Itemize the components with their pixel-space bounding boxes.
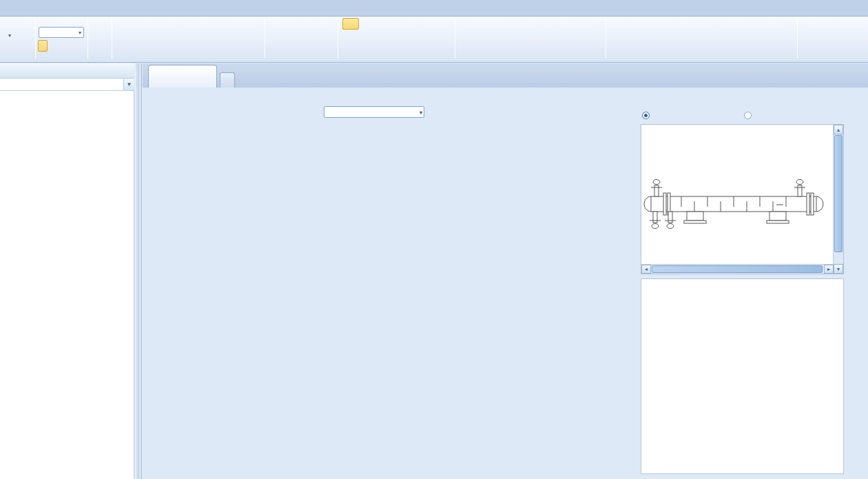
group-separator (797, 19, 798, 59)
chevron-down-icon: ▾ (79, 28, 81, 38)
results-group-label (456, 53, 605, 61)
horizontal-scroll-thumb[interactable] (652, 265, 823, 273)
group-separator (87, 19, 88, 59)
calculation-mode-select[interactable]: ▾ (324, 106, 424, 118)
copy-dropdown-arrow: ▾ (8, 32, 11, 39)
tab-console-shell-tube[interactable] (148, 65, 217, 88)
find-fouling-button[interactable] (404, 18, 412, 28)
setting-plan-drawing (643, 165, 826, 261)
group-separator (338, 19, 338, 59)
navigator-filter-select[interactable]: ▼ (0, 79, 134, 91)
calculation-mode-row: ▾ (152, 108, 630, 122)
cut-button[interactable] (4, 19, 6, 29)
run-mode-group-label (339, 53, 455, 61)
scroll-up-icon[interactable]: ▲ (834, 125, 843, 134)
ribbon: ▾ ▾ (0, 0, 868, 63)
convert-button[interactable] (38, 40, 48, 52)
scroll-down-icon[interactable]: ▼ (834, 264, 843, 274)
edr-application-window: ▾ ▾ (0, 0, 868, 479)
vertical-scrollbar[interactable]: ▲ ▼ (833, 125, 843, 274)
main-content: ▾ (143, 63, 868, 479)
simulation-mode-button[interactable] (342, 42, 351, 52)
model-type-group-label (606, 53, 796, 61)
group-separator (455, 19, 455, 59)
ribbon-tab-bar (0, 0, 868, 17)
panel-splitter[interactable] (135, 63, 142, 479)
new-tab-button[interactable] (220, 72, 235, 88)
unit-system-select[interactable]: ▾ (39, 27, 84, 38)
edr-navigator-panel: ▼ (0, 63, 134, 479)
units-group-label (36, 53, 87, 61)
sub-tab-bar (143, 88, 868, 104)
rating-checking-mode-button[interactable] (342, 30, 351, 41)
design-sizing-mode-button[interactable] (342, 18, 359, 30)
setting-plan-radio[interactable] (642, 112, 650, 119)
vertical-scroll-thumb[interactable] (834, 135, 843, 252)
scroll-right-icon[interactable]: ► (824, 265, 834, 274)
copy-button[interactable]: ▾ (4, 30, 11, 40)
tube-layout-radio[interactable] (744, 112, 752, 119)
setting-plan-canvas: ▲ ▼ ◄ ► (641, 124, 844, 274)
run-control-group-label (265, 53, 337, 61)
scroll-left-icon[interactable]: ◄ (641, 265, 651, 274)
stream-temperatures-chart (641, 296, 843, 473)
navigator-header (0, 63, 134, 79)
paste-button[interactable] (4, 41, 6, 51)
document-tab-strip (143, 63, 868, 88)
stream-temperatures-chart-panel (641, 278, 844, 474)
model-setup-group-label (112, 53, 262, 61)
navigator-tree (0, 95, 134, 479)
horizontal-scrollbar[interactable]: ◄ ► (641, 264, 834, 274)
clipboard-group-label (0, 53, 35, 61)
chevron-down-icon: ▼ (123, 79, 134, 90)
ribbon-body: ▾ ▾ (0, 17, 868, 63)
